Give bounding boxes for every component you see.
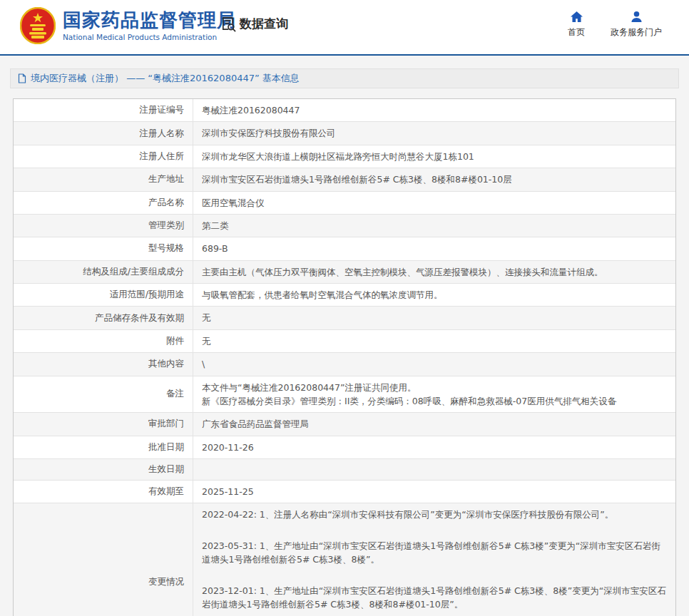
nav-portal[interactable]: 政务服务门户	[611, 11, 662, 38]
row-label: 批准日期	[14, 436, 193, 458]
row-label: 管理类别	[14, 215, 193, 237]
row-value: 2022-04-22: 1、注册人名称由“深圳市安保科技有限公司”变更为“深圳市…	[193, 503, 675, 616]
value-paragraph: 2022-04-22: 1、注册人名称由“深圳市安保科技有限公司”变更为“深圳市…	[202, 508, 667, 521]
row-value: 医用空氧混合仪	[193, 192, 675, 214]
document-icon	[18, 73, 26, 83]
table-row: 型号规格689-B	[14, 237, 675, 260]
table-row: 注册人名称深圳市安保医疗科技股份有限公司	[14, 122, 675, 145]
row-value: 无	[193, 330, 675, 352]
row-value: 主要由主机（气体压力双平衡阀体、空氧主控制模块、气源压差报警模块）、连接接头和流…	[193, 261, 675, 283]
row-label: 产品储存条件及有效期	[14, 307, 193, 329]
row-label: 注册人住所	[14, 145, 193, 168]
value-paragraph: 新《医疗器械分类目录》管理类别：II类，分类编码：08呼吸、麻醉和急救器械-07…	[202, 394, 667, 408]
national-emblem-icon	[20, 7, 56, 44]
table-row: 注册人住所深圳市龙华区大浪街道上横朗社区福龙路旁恒大时尚慧谷大厦1栋101	[14, 145, 675, 168]
row-label: 产品名称	[14, 192, 193, 214]
table-row: 产品名称医用空氧混合仪	[14, 192, 675, 215]
table-row: 适用范围/预期用途与吸氧管配套，供患者给氧时空氧混合气体的氧浓度调节用。	[14, 284, 675, 307]
table-row: 审批部门广东省食品药品监督管理局	[14, 413, 675, 436]
row-label: 备注	[14, 376, 193, 413]
row-label: 其他内容	[14, 353, 193, 375]
row-label: 适用范围/预期用途	[14, 284, 193, 306]
row-label: 生效日期	[14, 459, 193, 480]
row-value: 与吸氧管配套，供患者给氧时空氧混合气体的氧浓度调节用。	[193, 284, 675, 306]
row-value: 无	[193, 307, 675, 329]
table-row: 结构及组成/主要组成成分主要由主机（气体压力双平衡阀体、空氧主控制模块、气源压差…	[14, 261, 675, 284]
table-row: 变更情况2022-04-22: 1、注册人名称由“深圳市安保科技有限公司”变更为…	[14, 503, 675, 616]
table-row: 有效期至2025-11-25	[14, 481, 675, 503]
row-label: 结构及组成/主要组成成分	[14, 261, 193, 283]
table-row: 产品储存条件及有效期无	[14, 307, 675, 329]
row-value: 广东省食品药品监督管理局	[193, 413, 675, 435]
page-content: 境内医疗器械（注册） —— “粤械注准20162080447” 基本信息 注册证…	[0, 56, 689, 616]
row-label: 变更情况	[14, 503, 193, 616]
row-value: 2020-11-26	[193, 436, 675, 458]
value-paragraph: 2023-12-01: 1、生产地址由“深圳市宝安区石岩街道塘头1号路创维创新谷…	[202, 584, 667, 612]
row-value: 2025-11-25	[193, 481, 675, 503]
row-label: 审批部门	[14, 413, 193, 435]
row-value: 本文件与“粤械注准20162080447”注册证共同使用。新《医疗器械分类目录》…	[193, 376, 675, 413]
value-paragraph: 2023-05-31: 1、生产地址由“深圳市宝安区石岩街道塘头1号路创维创新谷…	[202, 539, 667, 567]
row-value	[193, 459, 675, 480]
site-logo[interactable]: 国家药品监督管理局 National Medical Products Admi…	[20, 7, 236, 44]
top-nav: 首页 政务服务门户	[568, 11, 662, 38]
table-row: 生效日期	[14, 459, 675, 481]
data-query-nav[interactable]: 数据查询	[220, 16, 288, 32]
data-query-label: 数据查询	[240, 16, 288, 32]
row-label: 附件	[14, 330, 193, 352]
row-label: 注册证编号	[14, 99, 193, 121]
value-paragraph: 本文件与“粤械注准20162080447”注册证共同使用。	[202, 381, 667, 394]
row-label: 有效期至	[14, 481, 193, 503]
home-icon	[570, 11, 583, 23]
row-value: 粤械注准20162080447	[193, 99, 675, 121]
table-row: 生产地址深圳市宝安区石岩街道塘头1号路创维创新谷5# C栋3楼、8楼和8#楼01…	[14, 168, 675, 191]
page-title: 境内医疗器械（注册） —— “粤械注准20162080447” 基本信息	[31, 72, 300, 85]
brand-title: 国家药品监督管理局	[63, 10, 236, 31]
table-row: 注册证编号粤械注准20162080447	[14, 99, 675, 122]
table-row: 其他内容\	[14, 353, 675, 376]
row-value: 689-B	[193, 237, 675, 260]
row-value: 深圳市宝安区石岩街道塘头1号路创维创新谷5# C栋3楼、8楼和8#楼01-10层	[193, 168, 675, 190]
row-value: 深圳市龙华区大浪街道上横朗社区福龙路旁恒大时尚慧谷大厦1栋101	[193, 145, 675, 168]
site-header: 国家药品监督管理局 National Medical Products Admi…	[0, 0, 689, 54]
user-icon	[630, 11, 643, 23]
data-query-icon	[220, 16, 236, 32]
row-label: 型号规格	[14, 237, 193, 260]
row-label: 注册人名称	[14, 122, 193, 144]
row-value: \	[193, 353, 675, 375]
table-row: 管理类别第二类	[14, 215, 675, 237]
nav-home[interactable]: 首页	[568, 11, 585, 38]
page-title-bar: 境内医疗器械（注册） —— “粤械注准20162080447” 基本信息	[10, 68, 679, 88]
table-row: 附件无	[14, 330, 675, 353]
nav-home-label: 首页	[568, 26, 585, 38]
row-value: 第二类	[193, 215, 675, 237]
info-table: 注册证编号粤械注准20162080447注册人名称深圳市安保医疗科技股份有限公司…	[13, 98, 676, 616]
table-row: 批准日期2020-11-26	[14, 436, 675, 459]
brand-subtitle: National Medical Products Administration	[63, 33, 236, 41]
table-row: 备注本文件与“粤械注准20162080447”注册证共同使用。新《医疗器械分类目…	[14, 376, 675, 414]
row-value: 深圳市安保医疗科技股份有限公司	[193, 122, 675, 144]
row-label: 生产地址	[14, 168, 193, 190]
nav-portal-label: 政务服务门户	[611, 26, 662, 38]
